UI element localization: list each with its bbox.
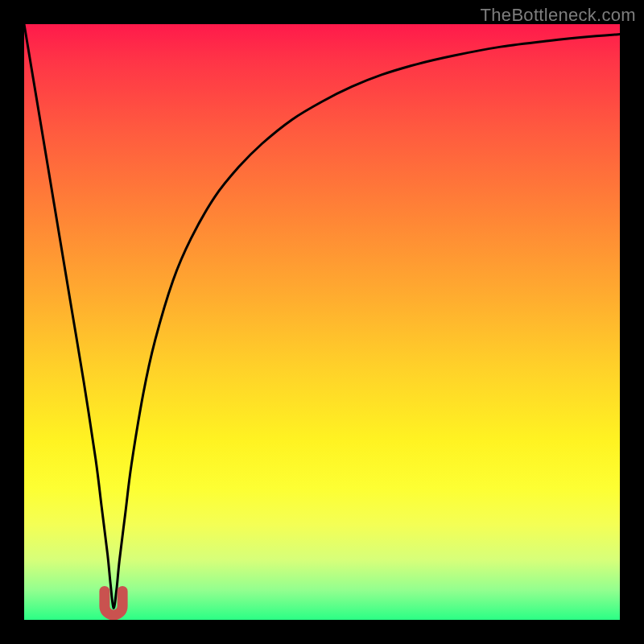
watermark-text: TheBottleneck.com (481, 5, 636, 26)
chart-frame: TheBottleneck.com (0, 0, 644, 644)
curve-layer (24, 24, 620, 620)
plot-area (24, 24, 620, 620)
bottleneck-curve-path (24, 24, 620, 608)
